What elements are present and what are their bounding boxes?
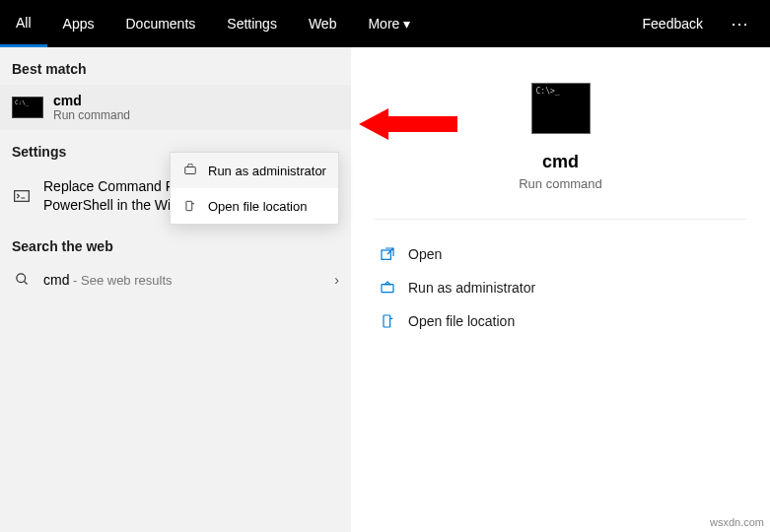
topbar: All Apps Documents Settings Web More ▾ F… xyxy=(0,0,770,47)
context-menu: Run as administrator Open file location xyxy=(170,152,339,225)
tab-web[interactable]: Web xyxy=(293,0,353,47)
action-run-as-admin-label: Run as administrator xyxy=(408,280,535,296)
ctx-run-as-admin-label: Run as administrator xyxy=(208,164,326,178)
web-result-suffix: - See web results xyxy=(69,273,172,288)
preview-actions: Open Run as administrator Open file loca… xyxy=(375,220,746,336)
tab-more-label: More xyxy=(368,16,399,32)
action-open-file-location-label: Open file location xyxy=(408,313,515,329)
best-match-label: Best match xyxy=(0,47,351,85)
best-match-title: cmd xyxy=(53,93,130,108)
svg-point-3 xyxy=(16,274,25,283)
tab-more[interactable]: More ▾ xyxy=(352,0,426,47)
action-open-label: Open xyxy=(408,246,442,262)
web-result[interactable]: cmd - See web results › xyxy=(0,262,351,298)
preview-header: cmd Run command xyxy=(375,71,746,220)
folder-icon xyxy=(379,312,396,330)
tab-all[interactable]: All xyxy=(0,0,47,47)
web-result-title: cmd xyxy=(43,272,69,288)
svg-rect-2 xyxy=(15,191,30,202)
cmd-icon xyxy=(12,97,43,118)
web-result-text: cmd - See web results xyxy=(43,272,173,288)
chevron-down-icon: ▾ xyxy=(403,16,410,32)
action-open[interactable]: Open xyxy=(375,239,746,269)
ctx-run-as-admin[interactable]: Run as administrator xyxy=(171,153,338,188)
web-label: Search the web xyxy=(0,225,351,262)
preview-subtitle: Run command xyxy=(519,176,602,191)
action-open-file-location[interactable]: Open file location xyxy=(375,306,746,336)
best-match-text: cmd Run command xyxy=(53,93,130,122)
open-icon xyxy=(379,245,396,263)
more-options-icon[interactable]: ⋯ xyxy=(719,13,762,34)
ctx-open-file-location[interactable]: Open file location xyxy=(171,188,338,224)
body: Best match cmd Run command Run as admini… xyxy=(0,47,770,532)
best-match-result[interactable]: cmd Run command xyxy=(0,85,351,130)
ctx-open-file-location-label: Open file location xyxy=(208,199,307,214)
tab-settings[interactable]: Settings xyxy=(211,0,293,47)
svg-rect-6 xyxy=(384,315,390,327)
tab-apps[interactable]: Apps xyxy=(47,0,110,47)
svg-rect-0 xyxy=(185,167,196,174)
tab-documents[interactable]: Documents xyxy=(109,0,211,47)
terminal-icon xyxy=(12,190,32,202)
shield-icon xyxy=(379,279,396,297)
watermark: wsxdn.com xyxy=(710,516,764,528)
preview-title: cmd xyxy=(542,152,579,172)
shield-icon xyxy=(182,163,198,178)
search-icon xyxy=(12,272,32,287)
svg-rect-1 xyxy=(186,201,192,210)
feedback-link[interactable]: Feedback xyxy=(643,16,703,32)
svg-rect-5 xyxy=(382,285,393,293)
folder-icon xyxy=(182,198,198,214)
preview-panel: cmd Run command Open Run as administrato… xyxy=(351,47,770,532)
results-panel: Best match cmd Run command Run as admini… xyxy=(0,47,351,532)
chevron-right-icon: › xyxy=(334,272,339,288)
filter-tabs: All Apps Documents Settings Web More ▾ xyxy=(0,0,643,47)
cmd-icon xyxy=(531,83,591,134)
best-match-subtitle: Run command xyxy=(53,108,130,122)
topbar-right: Feedback ⋯ xyxy=(643,13,770,34)
action-run-as-admin[interactable]: Run as administrator xyxy=(375,273,746,302)
